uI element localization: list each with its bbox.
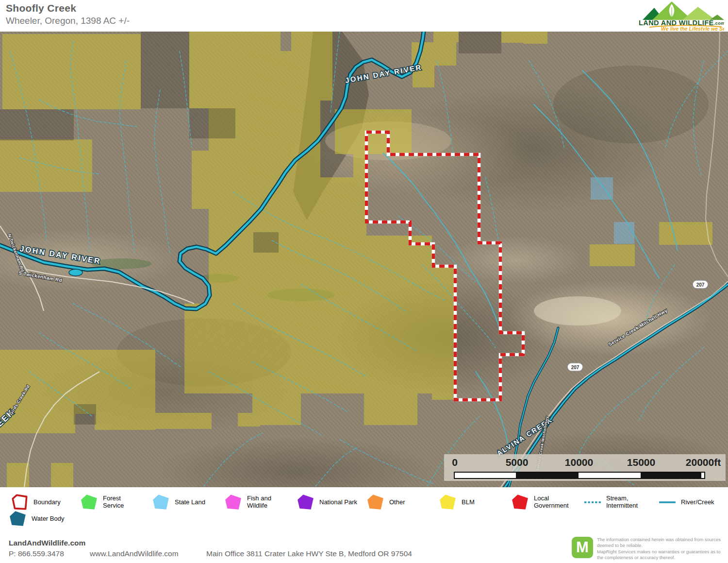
legend-label-fish-and-wildlife: Fish and Wildlife — [247, 495, 271, 509]
logo-tagline: We live the Lifestyle we Sell — [661, 26, 724, 31]
disclaimer-text: The information contained herein was obt… — [597, 537, 726, 561]
footer-brand: LandAndWildlife.com — [9, 539, 85, 547]
footer-website-link[interactable]: www.LandAndWildlife.com — [90, 549, 179, 558]
legend-label-blm: BLM — [462, 499, 475, 506]
shadow-patch — [0, 109, 74, 140]
blm-patch — [432, 266, 454, 400]
river-creek-swatch-icon — [658, 494, 677, 511]
scale-bar: 0 5000 10000 15000 20000ft — [444, 454, 726, 481]
header: Shoofly Creek Wheeler, Oregon, 1398 AC +… — [0, 0, 728, 32]
scale-tick-15000: 15000 — [627, 457, 655, 468]
road — [706, 32, 728, 277]
disclaimer-line-2: MapRight Services makes no warranties or… — [597, 549, 721, 560]
scale-tick-0: 0 — [452, 457, 458, 468]
intermittent-stream — [204, 433, 263, 486]
legend-item-water-body: Water Body — [9, 510, 64, 528]
highway-207-shield: 207 — [567, 363, 583, 371]
land-and-wildlife-logo: LAND AND WILDLIFE.comTM We live the Life… — [638, 0, 724, 31]
blm-swatch-icon — [439, 494, 457, 511]
page-title: Shoofly Creek — [6, 2, 76, 14]
legend-item-blm: BLM — [439, 494, 475, 511]
highway-207-shield: 207 — [693, 280, 708, 289]
blm-patch — [659, 222, 712, 245]
legend-label-state-land: State Land — [175, 499, 205, 506]
legend-label-national-park: National Park — [319, 499, 357, 506]
map-label: JOHN DAY RIVER — [19, 244, 102, 265]
disclaimer-line-1: The information contained herein was obt… — [597, 537, 721, 548]
shield-number: 207 — [696, 282, 705, 288]
legend-label-other: Other — [389, 499, 405, 506]
blm-patch — [209, 177, 366, 238]
blm-patch — [0, 139, 92, 192]
legend-item-river-creek: River/Creek — [658, 494, 714, 511]
blm-patch — [590, 244, 635, 266]
blm-patch — [433, 32, 459, 42]
legend-item-forest-service: Forest Service — [80, 494, 124, 511]
blm-patch — [95, 413, 155, 430]
legend-item-boundary: Boundary — [11, 494, 61, 511]
shadow-patch — [253, 232, 279, 253]
intermittent-stream — [639, 347, 704, 421]
blm-patch — [265, 51, 320, 151]
logo-mountain-right — [682, 7, 715, 20]
national-park-swatch-icon — [297, 494, 315, 511]
legend-label-forest-service: Forest Service — [103, 495, 124, 509]
other-swatch-icon — [366, 494, 385, 511]
blm-patch — [364, 393, 417, 425]
blm-patch — [154, 413, 212, 429]
state-land-overlay-patches — [591, 177, 634, 244]
legend-label-river-creek: River/Creek — [681, 499, 714, 506]
legend-label-boundary: Boundary — [33, 499, 61, 506]
blm-patch — [523, 32, 547, 44]
legend: BoundaryForest ServiceState LandFish and… — [0, 487, 728, 535]
page-subtitle: Wheeler, Oregon, 1398 AC +/- — [6, 16, 130, 26]
legend-item-state-land: State Land — [152, 494, 205, 511]
stream-intermittent-swatch-icon — [583, 494, 602, 511]
intermittent-stream — [315, 447, 357, 486]
water-bodies — [69, 269, 83, 276]
blm-patch — [184, 304, 432, 393]
forest-service-swatch-icon — [80, 494, 99, 511]
legend-item-national-park: National Park — [297, 494, 357, 511]
scale-tick-20000ft: 20000ft — [686, 457, 721, 468]
boundary-swatch-icon — [11, 494, 29, 511]
footer-phone: P: 866.559.3478 — [9, 549, 64, 558]
footer-office-address: Main Office 3811 Crater Lake HWY Ste B, … — [206, 549, 412, 558]
legend-item-stream-intermittent: Stream, Intermittent — [583, 494, 638, 511]
legend-item-local-government: Local Government — [511, 494, 569, 511]
legend-item-other: Other — [366, 494, 405, 511]
legend-label-local-government: Local Government — [534, 495, 569, 509]
intermittent-stream — [154, 90, 170, 253]
legend-label-water-body: Water Body — [32, 515, 64, 523]
shadow-patch — [74, 404, 96, 425]
shadow-patch — [189, 108, 235, 138]
local-government-swatch-icon — [511, 494, 529, 511]
water-body — [69, 269, 83, 276]
state-land-patch — [614, 222, 634, 244]
intermittent-stream — [340, 440, 433, 484]
intermittent-stream — [576, 372, 660, 463]
shadow-patch — [459, 32, 501, 53]
map-canvas: 207207 JOHN DAY RIVERJOHN DAY RIVERALVIN… — [0, 32, 728, 487]
blm-patch — [501, 32, 523, 43]
mapright-logo: M — [572, 537, 593, 558]
water-body-swatch-icon — [9, 510, 27, 528]
scale-bar-segments — [454, 472, 705, 479]
page: Shoofly Creek Wheeler, Oregon, 1398 AC +… — [0, 0, 728, 563]
fish-and-wildlife-swatch-icon — [224, 494, 243, 511]
legend-item-fish-and-wildlife: Fish and Wildlife — [224, 494, 271, 511]
map-svg: 207207 JOHN DAY RIVERJOHN DAY RIVERALVIN… — [0, 32, 728, 487]
scale-tick-5000: 5000 — [506, 457, 529, 468]
blm-patch — [51, 463, 73, 487]
state-land-swatch-icon — [152, 494, 170, 511]
shadow-patch — [141, 32, 189, 108]
scale-tick-10000: 10000 — [565, 457, 593, 468]
blm-patch — [238, 413, 260, 427]
footer: LandAndWildlife.com P: 866.559.3478 www.… — [0, 535, 728, 563]
creek — [476, 372, 509, 450]
shield-number: 207 — [571, 365, 579, 370]
legend-label-stream-intermittent: Stream, Intermittent — [606, 495, 638, 509]
